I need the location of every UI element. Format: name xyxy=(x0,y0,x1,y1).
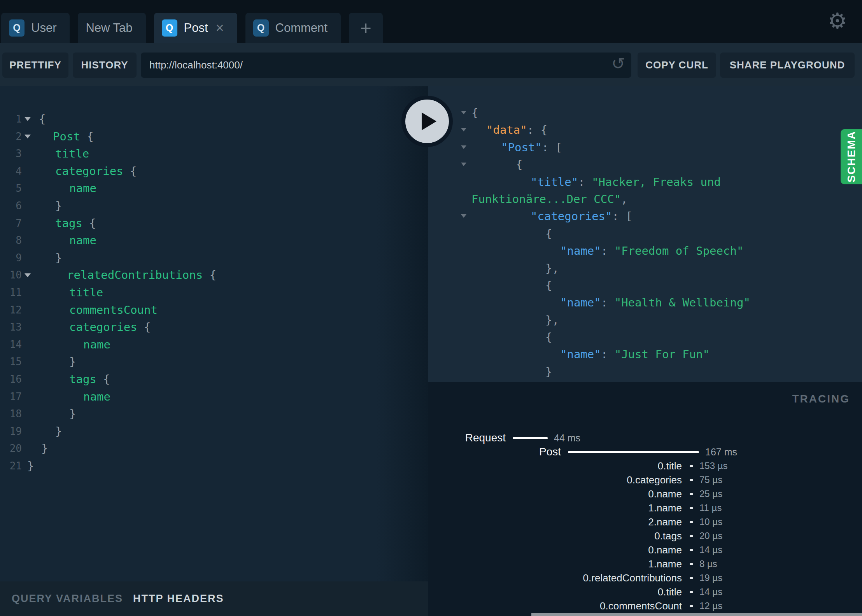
tracing-row: Request 44 ms xyxy=(428,431,862,445)
code-text: } xyxy=(27,197,62,215)
response-fold-arrow-icon[interactable] xyxy=(461,214,466,218)
code-text: commentsCount xyxy=(27,301,158,319)
tab-item[interactable]: New Tab × xyxy=(78,13,145,43)
tab-item[interactable]: Q Comment × xyxy=(245,13,341,43)
code-text: } xyxy=(27,440,48,457)
response-row: { xyxy=(428,225,862,242)
fold-arrow-icon[interactable] xyxy=(22,117,33,121)
schema-tab[interactable]: SCHEMA xyxy=(841,129,862,184)
code-token: { xyxy=(203,268,216,282)
play-button[interactable] xyxy=(401,96,453,147)
line-number: 10 xyxy=(0,266,22,284)
line-number: 9 xyxy=(0,249,22,267)
fold-arrow-icon[interactable] xyxy=(22,135,33,138)
trace-duration-bar xyxy=(690,521,693,523)
query-badge: Q xyxy=(9,19,25,37)
code-text: name xyxy=(27,388,110,406)
response-code-text: { xyxy=(428,329,862,346)
editor-line: 11 title xyxy=(0,284,428,301)
url-input[interactable] xyxy=(141,52,631,78)
play-icon xyxy=(422,112,436,130)
response-code-text: { xyxy=(428,225,862,242)
trace-value: 167 ms xyxy=(705,446,737,458)
refresh-icon[interactable]: ↺ xyxy=(611,56,625,72)
settings-gear-icon[interactable]: ⚙ xyxy=(828,10,847,32)
code-token: categories xyxy=(55,164,123,178)
tab-label: Comment xyxy=(275,21,328,35)
response-code-text: "name": "Just For Fun" xyxy=(428,346,862,363)
trace-duration-bar xyxy=(690,479,693,481)
editor-line: 17 name xyxy=(0,388,428,406)
code-text: categories { xyxy=(27,163,137,180)
response-row: }, xyxy=(428,312,862,329)
code-text: relatedContributions { xyxy=(39,266,216,284)
editor-line: 6 } xyxy=(0,197,428,215)
code-text: tags { xyxy=(27,215,96,232)
close-icon[interactable]: × xyxy=(216,21,224,35)
tracing-horizontal-scrollbar[interactable] xyxy=(531,613,862,616)
code-token: Funktionäre...Der CCC" xyxy=(471,192,621,206)
code-text: name xyxy=(27,232,96,249)
query-badge: Q xyxy=(162,19,177,37)
tracing-row: 0.relatedContributions 19 µs xyxy=(428,571,862,585)
trace-duration-bar xyxy=(690,549,693,551)
code-token: } xyxy=(55,251,62,264)
response-row: { xyxy=(428,277,862,294)
code-text: tags { xyxy=(27,371,110,388)
trace-duration-bar xyxy=(690,493,693,495)
http-headers-tab[interactable]: HTTP HEADERS xyxy=(133,593,224,605)
share-playground-button[interactable]: SHARE PLAYGROUND xyxy=(720,52,855,78)
fold-arrow-icon[interactable] xyxy=(22,273,33,277)
code-text: } xyxy=(27,423,62,440)
response-fold-arrow-icon[interactable] xyxy=(461,163,466,166)
code-token: : { xyxy=(527,123,547,136)
editor-line: 5 name xyxy=(0,180,428,197)
code-token: tags xyxy=(55,217,82,230)
tracing-row: 0.commentsCount 12 µs xyxy=(428,599,862,613)
code-token: "Post" xyxy=(501,141,542,154)
code-token: title xyxy=(69,286,103,299)
response-code-text: "Post": [ xyxy=(428,139,862,156)
line-number: 5 xyxy=(0,180,22,197)
trace-duration-bar xyxy=(690,591,693,593)
editor-line: 19 } xyxy=(0,423,428,440)
query-editor[interactable]: 1 { 2 Post { 3 title xyxy=(0,86,428,581)
code-token: "data" xyxy=(486,123,527,136)
trace-duration-bar xyxy=(690,577,693,579)
tracing-row: 0.name 14 µs xyxy=(428,543,862,557)
response-code-text: }, xyxy=(428,260,862,277)
code-token: } xyxy=(55,199,62,212)
line-number: 7 xyxy=(0,215,22,232)
tab-bar: Q User × New Tab × Q Post × Q Comment × xyxy=(0,0,862,43)
code-token: "Hacker, Freaks und xyxy=(592,175,721,189)
query-variables-tab[interactable]: QUERY VARIABLES xyxy=(12,593,123,605)
response-code-text: "name": "Freedom of Speech" xyxy=(428,242,862,259)
tab-item[interactable]: Q User × xyxy=(1,13,70,43)
editor-line: 21 } xyxy=(0,457,428,475)
code-token: name xyxy=(69,182,96,195)
line-number: 15 xyxy=(0,353,22,371)
response-row: "categories": [ xyxy=(428,208,862,225)
code-token: name xyxy=(83,390,110,403)
code-token: tags xyxy=(69,373,96,386)
new-tab-button[interactable]: + xyxy=(349,13,383,43)
code-token: "Just For Fun" xyxy=(615,348,710,361)
history-button[interactable]: HISTORY xyxy=(73,52,137,78)
response-code-text: "data": { xyxy=(428,121,862,138)
code-text: name xyxy=(27,336,110,354)
code-token: : xyxy=(601,244,615,257)
code-token: { xyxy=(39,112,46,126)
line-number: 2 xyxy=(0,128,22,145)
response-row: { xyxy=(428,156,862,173)
editor-line: 2 Post { xyxy=(0,128,428,145)
response-fold-arrow-icon[interactable] xyxy=(461,111,466,114)
tab-item[interactable]: Q Post × xyxy=(154,13,237,43)
code-token: "name" xyxy=(560,296,601,309)
editor-line: 14 name xyxy=(0,336,428,354)
response-row: "name": "Health & Wellbeing" xyxy=(428,294,862,311)
prettify-button[interactable]: PRETTIFY xyxy=(2,52,68,78)
copy-curl-button[interactable]: COPY CURL xyxy=(638,52,716,78)
code-token: : xyxy=(578,175,592,189)
response-fold-arrow-icon[interactable] xyxy=(461,128,466,131)
response-fold-arrow-icon[interactable] xyxy=(461,145,466,149)
